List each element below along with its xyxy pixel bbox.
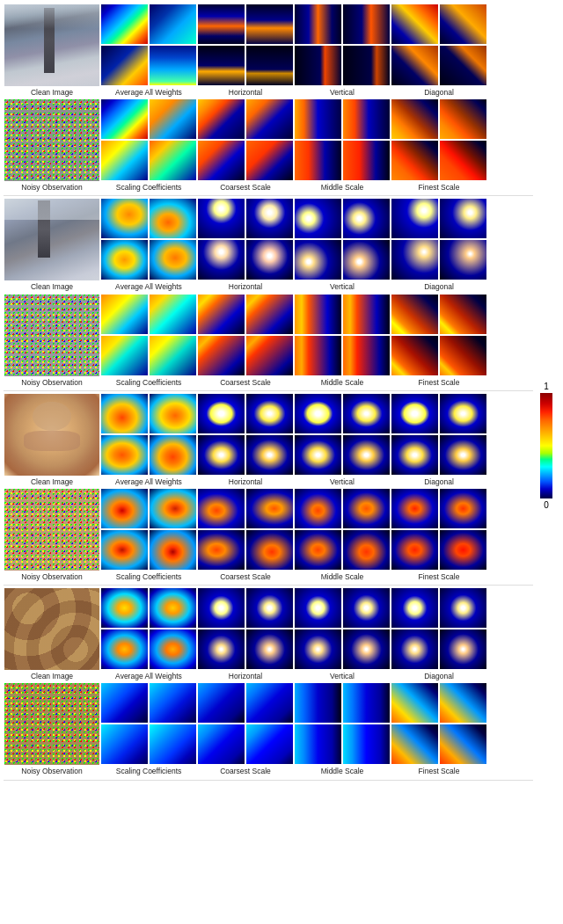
colorbar — [540, 393, 552, 498]
label-3-2-clean: Average All Weights — [115, 477, 182, 486]
colorbar-top-label: 1 — [544, 382, 549, 391]
label-1-3-clean: Horizontal — [229, 88, 262, 97]
label-1-5-clean: Diagonal — [424, 88, 454, 97]
cell-2-4-clean: Vertical — [295, 199, 390, 291]
cell-4-2-clean: Average All Weights — [101, 588, 196, 680]
label-2-3-clean: Horizontal — [229, 282, 262, 291]
grid-area: Clean Image Average All Weights — [4, 4, 533, 782]
label-2-2-noisy: Scaling Coefficients — [116, 378, 182, 387]
cell-1-3-clean: Horizontal — [198, 4, 293, 97]
cell-4-1-noisy: Noisy Observation — [4, 683, 99, 775]
cell-4-4-clean: Vertical — [295, 588, 390, 680]
label-4-5-clean: Diagonal — [424, 672, 454, 680]
cell-1-3-noisy: Coarsest Scale — [198, 99, 293, 192]
colorbar-area: 1 0 — [533, 4, 559, 782]
label-3-2-noisy: Scaling Coefficients — [116, 572, 182, 581]
label-4-2-clean: Average All Weights — [115, 672, 182, 680]
cell-1-2-noisy: Scaling Coefficients — [101, 99, 196, 192]
label-1-2-noisy: Scaling Coefficients — [116, 183, 182, 192]
cell-3-5-clean: Diagonal — [391, 394, 486, 486]
row-pair-4: Clean Image Average All Weights — [4, 587, 533, 780]
clean-row-2: Clean Image Average All Weights — [4, 198, 533, 292]
label-1-5-noisy: Finest Scale — [419, 183, 460, 192]
cell-4-2-noisy: Scaling Coefficients — [101, 683, 196, 775]
label-3-5-noisy: Finest Scale — [419, 572, 460, 581]
label-2-4-clean: Vertical — [330, 282, 355, 291]
label-3-5-clean: Diagonal — [424, 477, 454, 486]
clean-row-1: Clean Image Average All Weights — [4, 4, 533, 98]
label-1-1-clean: Clean Image — [31, 88, 73, 97]
cell-3-1-noisy: Noisy Observation — [4, 489, 99, 581]
cell-3-2-noisy: Scaling Coefficients — [101, 489, 196, 581]
label-2-3-noisy: Coarsest Scale — [220, 378, 271, 387]
label-3-3-clean: Horizontal — [229, 477, 262, 486]
cell-3-4-noisy: Middle Scale — [295, 489, 390, 581]
cell-3-3-clean: Horizontal — [198, 394, 293, 486]
cell-1-2-clean: Average All Weights — [101, 4, 196, 97]
label-3-4-noisy: Middle Scale — [321, 572, 364, 581]
noisy-row-1: Noisy Observation Scaling Coefficients — [4, 98, 533, 193]
clean-row-3: Clean Image Average All Weights — [4, 393, 533, 487]
label-2-2-clean: Average All Weights — [115, 282, 182, 291]
label-3-1-noisy: Noisy Observation — [21, 572, 82, 581]
label-3-1-clean: Clean Image — [31, 477, 73, 486]
label-4-5-noisy: Finest Scale — [419, 767, 460, 775]
cell-4-5-noisy: Finest Scale — [391, 683, 486, 775]
cell-2-3-clean: Horizontal — [198, 199, 293, 291]
noisy-row-2: Noisy Observation Scaling Coefficients — [4, 294, 533, 388]
label-2-5-noisy: Finest Scale — [419, 378, 460, 387]
cell-2-2-clean: Average All Weights — [101, 199, 196, 291]
label-1-1-noisy: Noisy Observation — [21, 183, 82, 192]
label-2-1-noisy: Noisy Observation — [21, 378, 82, 387]
cell-4-1-clean: Clean Image — [4, 588, 99, 680]
clean-row-4: Clean Image Average All Weights — [4, 587, 533, 681]
row-pair-2: Clean Image Average All Weights — [4, 198, 533, 390]
noisy-row-3: Noisy Observation Scaling Coefficients — [4, 488, 533, 582]
label-1-3-noisy: Coarsest Scale — [220, 183, 271, 192]
noisy-row-4: Noisy Observation Scaling Coefficients — [4, 682, 533, 776]
label-4-4-noisy: Middle Scale — [321, 767, 364, 775]
cell-4-3-noisy: Coarsest Scale — [198, 683, 293, 775]
row-pair-1: Clean Image Average All Weights — [4, 4, 533, 196]
label-4-1-noisy: Noisy Observation — [21, 767, 82, 775]
cell-3-5-noisy: Finest Scale — [391, 489, 486, 581]
label-4-1-clean: Clean Image — [31, 672, 73, 680]
cell-4-4-noisy: Middle Scale — [295, 683, 390, 775]
label-2-4-noisy: Middle Scale — [321, 378, 364, 387]
cell-1-5-clean: Diagonal — [391, 4, 486, 97]
cell-3-2-clean: Average All Weights — [101, 394, 196, 486]
label-4-2-noisy: Scaling Coefficients — [116, 767, 182, 775]
label-1-2-clean: Average All Weights — [115, 88, 182, 97]
cell-2-4-noisy: Middle Scale — [295, 295, 390, 387]
cell-1-5-noisy: Finest Scale — [391, 99, 486, 192]
row-pair-3: Clean Image Average All Weights — [4, 393, 533, 586]
label-4-4-clean: Vertical — [330, 672, 355, 680]
cell-4-5-clean: Diagonal — [391, 588, 486, 680]
cell-3-3-noisy: Coarsest Scale — [198, 489, 293, 581]
cell-1-1-clean: Clean Image — [4, 4, 99, 97]
colorbar-bottom-label: 0 — [544, 500, 549, 510]
label-1-4-noisy: Middle Scale — [321, 183, 364, 192]
cell-2-1-clean: Clean Image — [4, 199, 99, 291]
label-4-3-noisy: Coarsest Scale — [220, 767, 271, 775]
cell-2-1-noisy: Noisy Observation — [4, 295, 99, 387]
label-2-1-clean: Clean Image — [31, 282, 73, 291]
cell-1-1-noisy: Noisy Observation — [4, 99, 99, 192]
cell-4-3-clean: Horizontal — [198, 588, 293, 680]
label-3-3-noisy: Coarsest Scale — [220, 572, 271, 581]
cell-2-5-noisy: Finest Scale — [391, 295, 486, 387]
cell-3-1-clean: Clean Image — [4, 394, 99, 486]
label-4-3-clean: Horizontal — [229, 672, 262, 680]
cell-1-4-clean: Vertical — [295, 4, 390, 97]
label-2-5-clean: Diagonal — [424, 282, 454, 291]
cell-1-4-noisy: Middle Scale — [295, 99, 390, 192]
label-3-4-clean: Vertical — [330, 477, 355, 486]
main-container: Clean Image Average All Weights — [0, 0, 563, 786]
cell-2-3-noisy: Coarsest Scale — [198, 295, 293, 387]
cell-2-2-noisy: Scaling Coefficients — [101, 295, 196, 387]
cell-2-5-clean: Diagonal — [391, 199, 486, 291]
label-1-4-clean: Vertical — [330, 88, 355, 97]
cell-3-4-clean: Vertical — [295, 394, 390, 486]
